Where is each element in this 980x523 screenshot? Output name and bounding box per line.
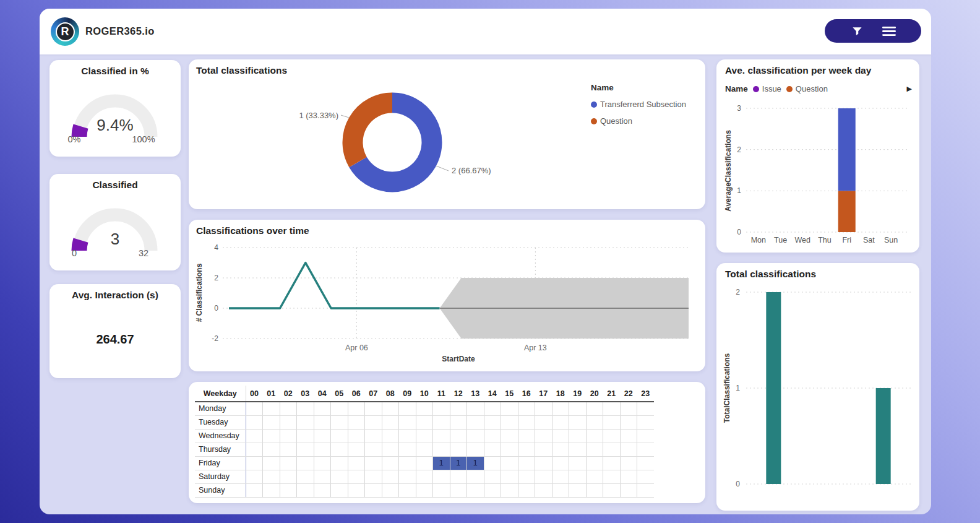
matrix-cell[interactable] [382,470,399,483]
matrix-cell[interactable] [535,429,552,443]
matrix-cell[interactable] [297,483,314,497]
matrix-cell[interactable] [365,456,382,470]
matrix-cell[interactable] [569,429,587,443]
matrix-cell[interactable] [552,456,569,470]
matrix-cell[interactable] [603,443,621,456]
matrix-cell[interactable] [637,456,655,470]
matrix-cell[interactable] [620,443,637,456]
matrix-cell[interactable] [637,415,655,429]
matrix-cell[interactable] [416,470,433,483]
matrix-cell[interactable] [450,402,467,415]
matrix-cell[interactable] [484,483,501,497]
matrix-cell[interactable] [297,402,314,415]
matrix-cell[interactable] [314,443,331,456]
matrix-cell[interactable] [382,429,399,443]
matrix-cell[interactable] [399,402,416,415]
matrix-cell[interactable] [569,483,587,497]
matrix-cell[interactable] [484,429,501,443]
matrix-cell[interactable] [620,429,637,443]
matrix-cell[interactable] [518,470,535,483]
matrix-cell[interactable] [535,456,552,470]
matrix-cell[interactable] [399,483,416,497]
matrix-cell[interactable] [620,483,637,497]
matrix-cell[interactable] [467,443,484,456]
matrix-cell[interactable] [331,429,348,443]
matrix-cell[interactable] [501,456,518,470]
matrix-cell[interactable] [433,483,450,497]
matrix-cell[interactable] [603,483,621,497]
matrix-cell[interactable] [365,483,382,497]
matrix-cell[interactable] [263,443,280,456]
stacked-bar-segment-transferrerd-subsection[interactable] [838,108,856,191]
matrix-cell[interactable] [416,443,433,456]
matrix-cell[interactable] [433,429,450,443]
matrix-cell[interactable] [552,483,569,497]
matrix-row-label[interactable]: Wednesday [195,429,246,443]
matrix-cell[interactable] [297,470,314,483]
matrix-cell[interactable] [416,429,433,443]
matrix-cell[interactable] [484,470,501,483]
matrix-cell[interactable] [331,415,348,429]
matrix-cell[interactable] [552,443,569,456]
matrix-row-label[interactable]: Sunday [195,483,246,497]
matrix-cell[interactable] [603,402,621,415]
matrix-cell[interactable] [382,415,399,429]
matrix-cell[interactable] [620,415,637,429]
matrix-cell[interactable] [280,456,297,470]
matrix-cell[interactable] [518,402,535,415]
matrix-cell[interactable] [484,456,501,470]
matrix-cell[interactable] [280,470,297,483]
total-classifications-bar[interactable] [876,388,891,484]
matrix-cell[interactable] [518,456,535,470]
matrix-cell[interactable]: 1 [467,456,484,470]
legend-item-question[interactable]: Question [591,116,686,126]
matrix-cell[interactable] [348,415,365,429]
matrix-row-label[interactable]: Friday [195,456,246,470]
filter-button[interactable] [848,22,866,40]
matrix-cell[interactable] [365,402,382,415]
matrix-cell[interactable] [586,456,603,470]
matrix-cell[interactable] [586,402,603,415]
matrix-cell[interactable] [331,402,348,415]
matrix-cell[interactable] [586,429,603,443]
matrix-cell[interactable] [246,402,263,415]
matrix-cell[interactable] [365,415,382,429]
matrix-cell[interactable] [314,429,331,443]
matrix-cell[interactable] [399,429,416,443]
matrix-cell[interactable] [365,443,382,456]
matrix-cell[interactable] [467,470,484,483]
matrix-cell[interactable] [501,443,518,456]
matrix-cell[interactable] [518,483,535,497]
matrix-cell[interactable] [552,470,569,483]
matrix-cell[interactable] [450,443,467,456]
matrix-cell[interactable]: 1 [450,456,467,470]
matrix-cell[interactable] [263,456,280,470]
matrix-cell[interactable] [433,402,450,415]
matrix-cell[interactable] [637,402,655,415]
matrix-cell[interactable] [382,443,399,456]
matrix-cell[interactable] [382,402,399,415]
matrix-cell[interactable] [263,483,280,497]
matrix-cell[interactable] [314,483,331,497]
matrix-cell[interactable] [365,429,382,443]
matrix-cell[interactable] [348,402,365,415]
matrix-cell[interactable] [382,456,399,470]
stacked-bar-segment-question[interactable] [838,191,856,232]
matrix-cell[interactable] [586,470,603,483]
matrix-cell[interactable] [297,415,314,429]
matrix-cell[interactable] [501,429,518,443]
total-classifications-bar[interactable] [766,292,781,484]
matrix-cell[interactable] [280,402,297,415]
matrix-cell[interactable] [535,470,552,483]
matrix-cell[interactable] [518,443,535,456]
matrix-row-label[interactable]: Monday [195,402,246,415]
matrix-cell[interactable] [280,415,297,429]
matrix-cell[interactable] [586,443,603,456]
matrix-row-label[interactable]: Saturday [195,470,246,483]
matrix-cell[interactable] [246,429,263,443]
matrix-cell[interactable] [433,443,450,456]
matrix-cell[interactable] [586,415,603,429]
classifications-line[interactable] [229,263,440,309]
matrix-cell[interactable] [467,483,484,497]
matrix-cell[interactable] [552,429,569,443]
